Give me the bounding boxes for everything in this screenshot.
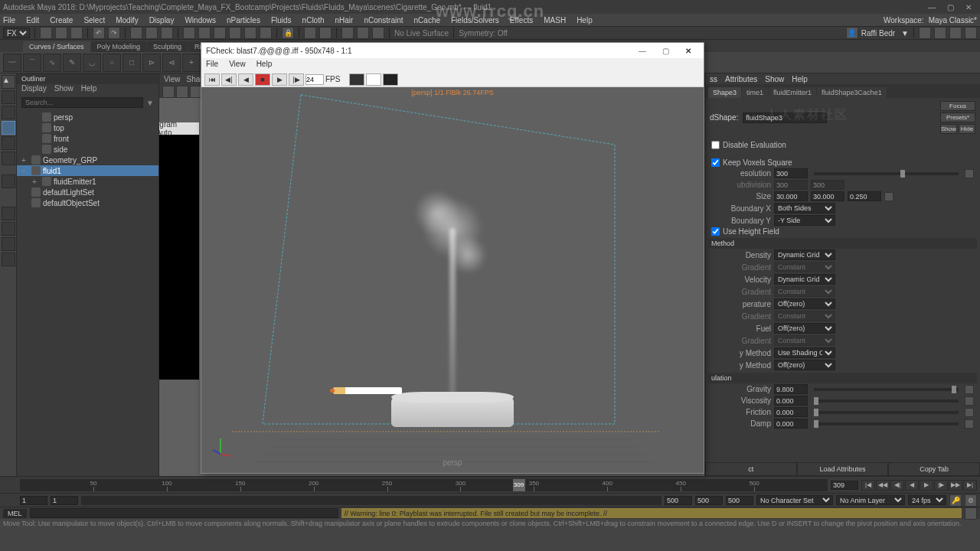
fcheck-menu-view[interactable]: View <box>229 60 246 70</box>
fcheck-stepback-icon[interactable]: ◀| <box>221 73 237 86</box>
fps-dropdown[interactable]: 24 fps <box>908 495 946 505</box>
fcheck-stop-icon[interactable]: ■ <box>255 73 270 86</box>
timeline-nextkey-icon[interactable]: |▶ <box>934 480 948 491</box>
timeline-stepfwd-icon[interactable]: ▶▶ <box>949 480 962 491</box>
fcheck-fps-field[interactable] <box>305 74 324 85</box>
range-end2-field[interactable] <box>726 496 753 505</box>
time-slider[interactable]: 309 50100150200250300350400450500 |◀ ◀◀ … <box>0 476 980 493</box>
new-scene-icon[interactable] <box>40 27 52 39</box>
move-tool-icon[interactable] <box>2 121 15 135</box>
menu-ncloth[interactable]: nCloth <box>302 16 325 24</box>
lock-icon[interactable]: 🔒 <box>282 27 294 39</box>
menu-mash[interactable]: MASH <box>544 16 566 24</box>
paintselect-tool-icon[interactable] <box>2 106 15 119</box>
history-icon[interactable] <box>304 27 316 39</box>
load-attributes-button[interactable]: Load Attributes <box>797 462 889 476</box>
attr-tab-cache[interactable]: fluidShape3Cache1 <box>817 87 887 98</box>
outliner-search-input[interactable] <box>21 97 143 108</box>
attr-editor-icon[interactable] <box>949 27 962 39</box>
command-input[interactable] <box>30 508 338 518</box>
menu-windows[interactable]: Windows <box>185 16 216 24</box>
simulation-section[interactable]: ulation <box>708 373 977 383</box>
snap-curve-icon[interactable] <box>198 27 211 39</box>
rotate-tool-icon[interactable] <box>2 136 15 150</box>
script-editor-icon[interactable] <box>965 507 977 520</box>
menu-ncache[interactable]: nCache <box>414 16 440 24</box>
anim-layer-dropdown[interactable]: No Anim Layer <box>836 495 905 505</box>
fcheck-alpha-icon[interactable] <box>366 73 381 86</box>
range-end-field[interactable] <box>695 496 723 505</box>
snap-plane-icon[interactable] <box>229 27 241 39</box>
playback-end-field[interactable] <box>665 496 692 505</box>
attr-tab-shape[interactable]: Shape3 <box>708 87 741 98</box>
menu-file[interactable]: File <box>3 16 15 24</box>
vp-cam-icon[interactable] <box>162 86 175 98</box>
attr-connect-icon[interactable] <box>965 169 974 178</box>
gravity-field[interactable] <box>774 384 808 394</box>
layout-four-icon[interactable] <box>2 207 15 220</box>
current-frame-field[interactable] <box>831 481 858 490</box>
mel-label[interactable]: MEL <box>3 509 27 518</box>
render-icon[interactable] <box>341 27 354 39</box>
shelf-tab-poly[interactable]: Poly Modeling <box>91 41 147 52</box>
outliner-item[interactable]: side <box>17 144 158 155</box>
attr-connect-icon[interactable] <box>965 419 974 429</box>
save-scene-icon[interactable] <box>70 27 83 39</box>
workspace-value[interactable]: Maya Classic* <box>929 16 977 24</box>
fcheck-playback-icon[interactable]: ◀ <box>238 73 253 86</box>
channelbox-icon[interactable] <box>934 27 946 39</box>
attr-connect-icon[interactable] <box>965 408 974 417</box>
attr-tab-emitter[interactable]: fluidEmitter1 <box>769 87 816 98</box>
fuel-dropdown[interactable]: Off(zero) <box>774 323 835 334</box>
outliner-item[interactable]: front <box>17 133 158 144</box>
playback-start-field[interactable] <box>51 496 78 505</box>
method-section[interactable]: Method <box>708 238 977 249</box>
fcheck-rewind-icon[interactable]: ⏮ <box>204 73 220 86</box>
snap-view-icon[interactable] <box>244 27 256 39</box>
curve-arc-icon[interactable]: ◡ <box>83 54 101 72</box>
viewport-menu-view[interactable]: View <box>164 75 181 84</box>
prefs-icon[interactable]: ⚙ <box>965 494 977 507</box>
attr-menu-ss[interactable]: ss <box>710 75 717 83</box>
menu-nparticles[interactable]: nParticles <box>227 16 260 24</box>
layout-persp-icon[interactable] <box>2 237 15 251</box>
resolution-field[interactable] <box>774 168 808 178</box>
outliner-item[interactable]: defaultObjectSet <box>17 197 158 208</box>
ipr-render-icon[interactable] <box>357 27 369 39</box>
scale-tool-icon[interactable] <box>2 152 15 165</box>
menu-display[interactable]: Display <box>149 16 175 24</box>
outliner-menu-display[interactable]: Display <box>21 84 47 95</box>
attr-connect-icon[interactable] <box>884 192 893 201</box>
curve-cv-icon[interactable]: ⌒ <box>23 54 41 72</box>
attr-menu-attributes[interactable]: Attributes <box>725 75 757 83</box>
layout-outliner-icon[interactable] <box>2 222 15 236</box>
timeline-stepback-icon[interactable]: ◀◀ <box>876 480 890 491</box>
outliner-menu-show[interactable]: Show <box>54 84 74 95</box>
friction-field[interactable] <box>774 407 808 417</box>
menu-nhair[interactable]: nHair <box>335 16 354 24</box>
curve-attach-icon[interactable]: ⊳ <box>142 54 161 72</box>
fcheck-menu-file[interactable]: File <box>206 60 218 70</box>
density-dropdown[interactable]: Dynamic Grid <box>774 249 835 260</box>
shape-name-field[interactable] <box>743 112 827 123</box>
layout-hypershade-icon[interactable] <box>2 253 15 266</box>
maximize-icon[interactable]: ▢ <box>942 2 959 12</box>
symmetry-label[interactable]: Symmetry: Off <box>459 29 508 37</box>
size-z-field[interactable] <box>848 191 881 201</box>
size-x-field[interactable] <box>774 191 808 201</box>
ymethod1-dropdown[interactable]: Use Shading Color <box>774 347 835 358</box>
attr-connect-icon[interactable] <box>965 396 974 406</box>
timeline-gotostart-icon[interactable]: |◀ <box>861 480 875 491</box>
menu-select[interactable]: Select <box>83 16 105 24</box>
menu-effects[interactable]: Effects <box>510 16 533 24</box>
attr-menu-show[interactable]: Show <box>765 75 784 83</box>
layout-single-icon[interactable] <box>2 174 15 188</box>
autokey-icon[interactable]: 🔑 <box>949 494 962 507</box>
fcheck-stepfwd-icon[interactable]: |▶ <box>289 73 304 86</box>
outliner-item[interactable]: persp <box>17 112 158 122</box>
paint-select-icon[interactable] <box>161 27 173 39</box>
timeline-playback-icon[interactable]: ◀ <box>905 480 919 491</box>
focus-button[interactable]: Focus <box>940 101 975 111</box>
snapmode-icon[interactable] <box>260 27 272 39</box>
fcheck-minimize-icon[interactable]: — <box>632 44 653 57</box>
